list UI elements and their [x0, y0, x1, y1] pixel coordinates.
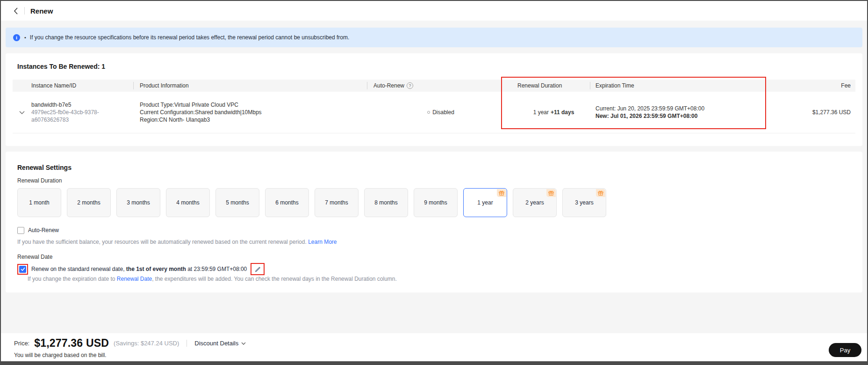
savings: (Savings: $247.24 USD)	[114, 340, 179, 347]
discount-details-button[interactable]: Discount Details	[194, 340, 246, 347]
duration-option-2-months[interactable]: 2 months	[67, 188, 111, 217]
renewal-duration-label: Renewal Duration	[17, 177, 851, 184]
current-configuration: Current Configuration:Shared bandwidth|1…	[140, 109, 367, 116]
gift-icon	[546, 189, 556, 197]
price-line: Price: $1,277.36 USD (Savings: $247.24 U…	[14, 337, 867, 350]
row-expand-button[interactable]	[13, 92, 31, 133]
price-value: $1,277.36 USD	[34, 337, 109, 350]
expiration-current: Current: Jun 20, 2025 23:59:59 GMT+08:00	[595, 105, 770, 112]
column-product-information: Product Information	[133, 80, 367, 92]
auto-renew-hint: If you have the sufficient balance, your…	[17, 239, 851, 246]
renewal-date-hint: If you change the expiration date to Ren…	[28, 276, 851, 283]
column-divider	[590, 82, 590, 89]
renewal-settings-title: Renewal Settings	[17, 164, 851, 171]
auto-renew-cell: Disabled	[367, 92, 508, 133]
instance-name-cell: bandwidth-b7e5 4979ec25-fb0e-43cb-9378-a…	[31, 92, 133, 133]
column-divider	[367, 82, 367, 89]
page-header: Renew	[1, 1, 867, 21]
instances-card: Instances To Be Renewed: 1 Instance Name…	[6, 53, 862, 146]
table-header-row: Instance Name/ID Product Information Aut…	[13, 80, 855, 92]
duration-option-5-months[interactable]: 5 months	[215, 188, 259, 217]
duration-option-4-months[interactable]: 4 months	[166, 188, 210, 217]
highlight-box-checkbox	[17, 264, 28, 275]
gift-icon	[596, 189, 605, 197]
duration-option-7-months[interactable]: 7 months	[315, 188, 359, 217]
info-icon: i	[13, 34, 20, 41]
auto-renew-checkbox[interactable]	[17, 227, 24, 234]
region: Region:CN North- Ulanqab3	[140, 116, 367, 124]
auto-renew-label: Auto-Renew	[28, 227, 59, 234]
product-type: Product Type:Virtual Private Cloud VPC	[140, 101, 367, 109]
duration-option-1-year-selected[interactable]: 1 year	[463, 188, 507, 217]
gift-icon	[497, 189, 506, 197]
duration-option-9-months[interactable]: 9 months	[414, 188, 458, 217]
footer-divider	[187, 340, 187, 347]
learn-more-link[interactable]: Learn More	[308, 239, 337, 245]
status-dot-icon	[427, 111, 430, 114]
renewal-duration-extra: +11 days	[551, 109, 574, 116]
column-divider	[133, 82, 134, 89]
highlight-box-edit	[251, 263, 265, 275]
header-expander-cell	[13, 80, 31, 92]
info-banner: i • If you change the resource specifica…	[6, 28, 862, 47]
column-renewal-duration: Renewal Duration	[508, 80, 590, 92]
column-fee: Fee	[770, 80, 855, 92]
renewal-duration-value: 1 year	[533, 109, 549, 116]
instances-title: Instances To Be Renewed: 1	[13, 63, 855, 70]
duration-option-8-months[interactable]: 8 months	[364, 188, 408, 217]
pay-button[interactable]: Pay	[829, 343, 861, 357]
header-divider	[24, 7, 25, 15]
product-information-cell: Product Type:Virtual Private Cloud VPC C…	[133, 92, 367, 133]
price-label: Price:	[14, 340, 29, 347]
duration-option-6-months[interactable]: 6 months	[265, 188, 309, 217]
banner-text: If you change the resource specification…	[30, 34, 350, 41]
billing-note: You will be charged based on the bill.	[14, 352, 867, 358]
check-icon	[21, 267, 25, 271]
instances-table: Instance Name/ID Product Information Aut…	[13, 80, 855, 133]
edit-pencil-icon[interactable]	[252, 265, 263, 273]
duration-options: 1 month 2 months 3 months 4 months 5 mon…	[17, 188, 851, 217]
back-button[interactable]	[11, 7, 20, 15]
instance-name: bandwidth-b7e5	[31, 101, 133, 109]
column-expiration-time: Expiration Time	[590, 80, 770, 92]
chevron-left-icon	[14, 7, 18, 15]
renewal-settings-card: Renewal Settings Renewal Duration 1 mont…	[6, 152, 862, 292]
expiration-time-cell: Current: Jun 20, 2025 23:59:59 GMT+08:00…	[590, 92, 770, 133]
table-row: bandwidth-b7e5 4979ec25-fb0e-43cb-9378-a…	[13, 92, 855, 133]
column-instance-name: Instance Name/ID	[31, 80, 133, 92]
help-icon[interactable]: ?	[407, 82, 413, 89]
renewal-date-link[interactable]: Renewal Date	[117, 276, 152, 282]
auto-renew-status: Disabled	[432, 109, 454, 116]
renewal-date-option: Renew on the standard renewal date, the …	[17, 263, 851, 275]
banner-bullet: •	[24, 35, 26, 40]
main-content: i • If you change the resource specifica…	[1, 21, 867, 333]
renew-page: Renew i • If you change the resource spe…	[0, 0, 868, 365]
duration-option-3-months[interactable]: 3 months	[116, 188, 160, 217]
duration-option-2-years[interactable]: 2 years	[513, 188, 557, 217]
renewal-date-checkbox[interactable]	[19, 266, 26, 273]
page-title: Renew	[30, 7, 53, 15]
chevron-down-icon	[241, 342, 246, 345]
chevron-down-icon	[19, 111, 25, 114]
expiration-new: New: Jul 01, 2026 23:59:59 GMT+08:00	[595, 112, 770, 120]
renewal-date-text: Renew on the standard renewal date, the …	[31, 266, 247, 272]
renewal-date-label: Renewal Date	[17, 254, 851, 260]
duration-option-1-month[interactable]: 1 month	[17, 188, 61, 217]
price-footer: Price: $1,277.36 USD (Savings: $247.24 U…	[1, 333, 867, 361]
fee-cell: $1,277.36 USD	[770, 92, 855, 133]
instance-id: 4979ec25-fb0e-43cb-9378-a60763626783	[31, 109, 133, 124]
auto-renew-option: Auto-Renew	[17, 226, 851, 234]
column-auto-renew: Auto-Renew ?	[367, 80, 508, 92]
duration-option-3-years[interactable]: 3 years	[562, 188, 606, 217]
renewal-duration-cell: 1 year +11 days	[508, 92, 590, 133]
